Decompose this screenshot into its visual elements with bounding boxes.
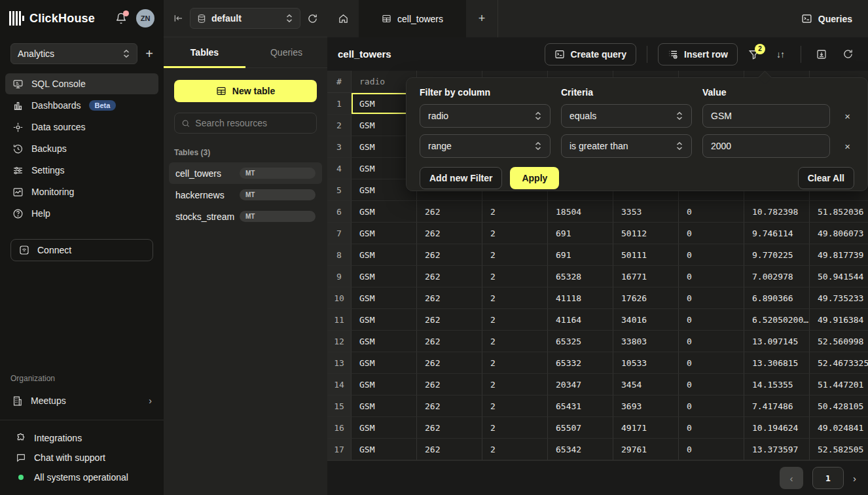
remove-filter-button[interactable]: × bbox=[844, 141, 850, 152]
grid-cell[interactable]: 262 bbox=[417, 374, 482, 395]
filter-criteria-select[interactable]: equals bbox=[561, 104, 692, 128]
apply-button[interactable]: Apply bbox=[510, 167, 559, 189]
filter-column-select[interactable]: range bbox=[420, 134, 551, 158]
grid-cell[interactable]: 262 bbox=[417, 201, 482, 223]
grid-cell[interactable]: 65328 bbox=[548, 266, 613, 287]
download-button[interactable] bbox=[812, 43, 831, 65]
grid-cell[interactable]: 52.560998 bbox=[810, 331, 868, 352]
new-tab-button[interactable]: + bbox=[466, 0, 497, 37]
queries-button[interactable]: Queries bbox=[801, 13, 852, 24]
tab-queries[interactable]: Queries bbox=[245, 37, 327, 67]
grid-cell[interactable]: 262 bbox=[417, 244, 482, 266]
grid-cell[interactable]: 2 bbox=[482, 395, 548, 417]
grid-cell[interactable]: 14.15355 bbox=[744, 374, 810, 395]
sidebar-item-dashboards[interactable]: Dashboards Beta bbox=[5, 95, 158, 116]
grid-cell[interactable]: 9.770225 bbox=[744, 244, 810, 266]
grid-cell[interactable]: 262 bbox=[417, 309, 482, 331]
add-service-button[interactable]: + bbox=[145, 46, 153, 62]
workspace-select[interactable]: Analytics bbox=[10, 43, 137, 64]
grid-cell[interactable]: 34016 bbox=[613, 309, 679, 331]
grid-cell[interactable]: 2 bbox=[482, 439, 548, 460]
grid-cell[interactable]: GSM bbox=[352, 309, 417, 331]
grid-cell[interactable]: 65325 bbox=[548, 331, 613, 352]
grid-cell[interactable]: 2 bbox=[482, 352, 548, 374]
grid-cell[interactable]: 0 bbox=[679, 439, 744, 460]
grid-cell[interactable]: 2 bbox=[482, 266, 548, 287]
grid-cell[interactable]: 0 bbox=[679, 266, 744, 287]
filter-button[interactable]: 2 bbox=[744, 43, 764, 65]
grid-cell[interactable]: 691 bbox=[548, 223, 613, 244]
grid-cell[interactable]: 262 bbox=[417, 287, 482, 309]
database-select[interactable]: default bbox=[190, 8, 300, 29]
grid-cell[interactable]: GSM bbox=[352, 417, 417, 439]
grid-cell[interactable]: 262 bbox=[417, 223, 482, 244]
refresh-button[interactable] bbox=[838, 43, 858, 65]
table-item-cell-towers[interactable]: cell_towers MT bbox=[169, 162, 322, 184]
add-filter-button[interactable]: Add new Filter bbox=[420, 167, 502, 189]
grid-cell[interactable]: 49.817739 bbox=[810, 244, 868, 266]
avatar[interactable]: ZN bbox=[136, 9, 154, 28]
grid-cell[interactable]: 10533 bbox=[613, 352, 679, 374]
grid-cell[interactable]: GSM bbox=[352, 331, 417, 352]
grid-cell[interactable]: 2 bbox=[482, 417, 548, 439]
grid-cell[interactable]: 50111 bbox=[613, 244, 679, 266]
grid-cell[interactable]: 0 bbox=[679, 244, 744, 266]
notifications-button[interactable] bbox=[115, 12, 127, 24]
open-tab-cell-towers[interactable]: cell_towers bbox=[359, 0, 466, 37]
grid-cell[interactable]: 0 bbox=[679, 201, 744, 223]
home-button[interactable] bbox=[327, 0, 359, 37]
grid-cell[interactable]: 6.52050200… bbox=[744, 309, 810, 331]
grid-cell[interactable]: GSM bbox=[352, 287, 417, 309]
grid-cell[interactable]: 49.024841 bbox=[810, 417, 868, 439]
grid-cell[interactable]: 33803 bbox=[613, 331, 679, 352]
grid-cell[interactable]: 50112 bbox=[613, 223, 679, 244]
grid-cell[interactable]: GSM bbox=[352, 374, 417, 395]
page-number[interactable]: 1 bbox=[812, 467, 844, 489]
filter-value-input[interactable] bbox=[702, 134, 830, 158]
grid-cell[interactable]: 65332 bbox=[548, 352, 613, 374]
grid-cell[interactable]: 262 bbox=[417, 266, 482, 287]
filter-column-select[interactable]: radio bbox=[420, 104, 551, 128]
grid-cell[interactable]: GSM bbox=[352, 244, 417, 266]
grid-cell[interactable]: 3454 bbox=[613, 374, 679, 395]
grid-cell[interactable]: 41118 bbox=[548, 287, 613, 309]
grid-cell[interactable]: 65431 bbox=[548, 395, 613, 417]
grid-cell[interactable]: 691 bbox=[548, 244, 613, 266]
grid-cell[interactable]: 0 bbox=[679, 309, 744, 331]
sidebar-item-chat-support[interactable]: Chat with support bbox=[0, 448, 164, 468]
grid-cell[interactable]: 0 bbox=[679, 374, 744, 395]
grid-cell[interactable]: 17626 bbox=[613, 287, 679, 309]
grid-cell[interactable]: 18504 bbox=[548, 201, 613, 223]
grid-cell[interactable]: 2 bbox=[482, 244, 548, 266]
grid-cell[interactable]: 49.735233 bbox=[810, 287, 868, 309]
table-item-hackernews[interactable]: hackernews MT bbox=[169, 184, 322, 206]
grid-cell[interactable]: 2 bbox=[482, 201, 548, 223]
grid-cell[interactable]: 10.782398 bbox=[744, 201, 810, 223]
grid-cell[interactable]: 2 bbox=[482, 374, 548, 395]
sidebar-item-meetups[interactable]: Meetups › bbox=[5, 390, 158, 412]
sidebar-item-data-sources[interactable]: Data sources bbox=[5, 117, 158, 138]
grid-cell[interactable]: 49.806073 bbox=[810, 223, 868, 244]
grid-cell[interactable]: 262 bbox=[417, 331, 482, 352]
grid-cell[interactable]: 0 bbox=[679, 223, 744, 244]
remove-filter-button[interactable]: × bbox=[844, 111, 850, 122]
table-item-stocks-stream[interactable]: stocks_stream MT bbox=[169, 206, 322, 227]
grid-cell[interactable]: 10.194624 bbox=[744, 417, 810, 439]
search-input[interactable] bbox=[195, 118, 310, 128]
grid-cell[interactable]: GSM bbox=[352, 439, 417, 460]
grid-cell[interactable]: 52.4673325 bbox=[810, 352, 868, 374]
grid-cell[interactable]: 50.428105 bbox=[810, 395, 868, 417]
grid-cell[interactable]: 6.890366 bbox=[744, 287, 810, 309]
grid-cell[interactable]: 3353 bbox=[613, 201, 679, 223]
grid-cell[interactable]: 52.582505 bbox=[810, 439, 868, 460]
grid-cell[interactable]: 13.097145 bbox=[744, 331, 810, 352]
connect-button[interactable]: Connect bbox=[10, 239, 153, 261]
grid-cell[interactable]: 2 bbox=[482, 223, 548, 244]
grid-cell[interactable]: 49.916384 bbox=[810, 309, 868, 331]
grid-cell[interactable]: 3693 bbox=[613, 395, 679, 417]
grid-cell[interactable]: 41164 bbox=[548, 309, 613, 331]
grid-cell[interactable]: 262 bbox=[417, 395, 482, 417]
grid-cell[interactable]: 262 bbox=[417, 417, 482, 439]
grid-cell[interactable]: 9.746114 bbox=[744, 223, 810, 244]
grid-cell[interactable]: 0 bbox=[679, 287, 744, 309]
